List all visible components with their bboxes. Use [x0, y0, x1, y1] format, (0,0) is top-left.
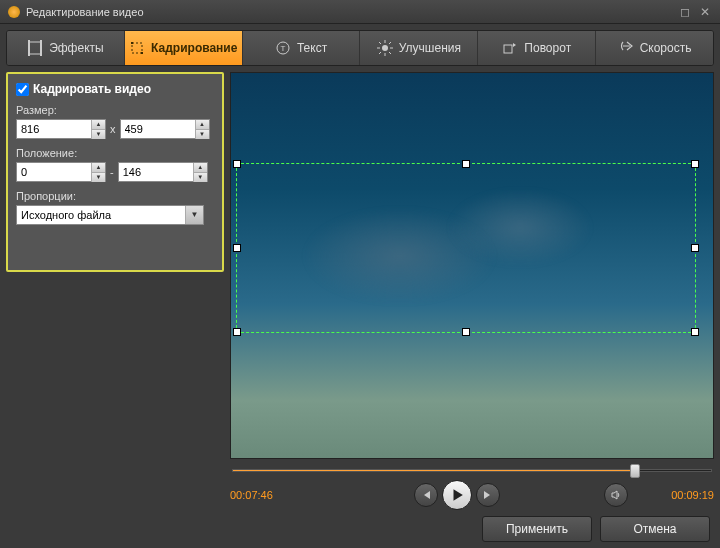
crop-enable-checkbox[interactable]	[16, 83, 29, 96]
svg-rect-4	[131, 42, 133, 44]
height-spinner[interactable]: ▲▼	[120, 119, 210, 139]
svg-rect-5	[141, 52, 143, 54]
posx-input[interactable]	[17, 163, 91, 181]
posy-input[interactable]	[119, 163, 193, 181]
size-label: Размер:	[16, 104, 214, 116]
up-icon[interactable]: ▲	[91, 163, 105, 173]
tab-label: Кадрирование	[151, 41, 237, 55]
crop-handle-tr[interactable]	[691, 160, 699, 168]
dash-separator: -	[110, 166, 114, 178]
crop-handle-mr[interactable]	[691, 244, 699, 252]
up-icon[interactable]: ▲	[91, 120, 105, 130]
up-icon[interactable]: ▲	[193, 163, 207, 173]
prev-frame-button[interactable]	[414, 483, 438, 507]
preview-pane: 00:07:46 00:09:19	[230, 72, 714, 510]
svg-rect-3	[132, 43, 142, 53]
svg-text:T: T	[281, 44, 286, 53]
crop-icon	[129, 40, 145, 56]
speed-icon	[618, 40, 634, 56]
svg-rect-1	[28, 40, 30, 56]
enhance-icon	[377, 40, 393, 56]
svg-rect-17	[504, 45, 512, 53]
volume-button[interactable]	[604, 483, 628, 507]
ratio-select[interactable]: ▼	[16, 205, 204, 225]
ratio-value[interactable]	[17, 206, 185, 224]
tab-effects[interactable]: Эффекты	[7, 31, 125, 65]
tab-rotate[interactable]: Поворот	[478, 31, 596, 65]
down-icon[interactable]: ▼	[195, 130, 209, 139]
window-title: Редактирование видео	[26, 6, 672, 18]
position-label: Положение:	[16, 147, 214, 159]
tab-text[interactable]: T Текст	[243, 31, 361, 65]
effects-icon	[27, 40, 43, 56]
close-button[interactable]: ✕	[698, 5, 712, 19]
crop-handle-bm[interactable]	[462, 328, 470, 336]
text-icon: T	[275, 40, 291, 56]
play-button[interactable]	[442, 480, 472, 510]
tab-label: Улучшения	[399, 41, 461, 55]
cancel-button[interactable]: Отмена	[600, 516, 710, 542]
width-spinner[interactable]: ▲▼	[16, 119, 106, 139]
crop-handle-ml[interactable]	[233, 244, 241, 252]
app-icon	[8, 6, 20, 18]
width-input[interactable]	[17, 120, 91, 138]
crop-enable-label: Кадрировать видео	[33, 82, 151, 96]
chevron-down-icon[interactable]: ▼	[185, 206, 203, 224]
crop-handle-tm[interactable]	[462, 160, 470, 168]
tab-label: Эффекты	[49, 41, 104, 55]
svg-rect-2	[40, 40, 42, 56]
time-current: 00:07:46	[230, 489, 310, 501]
content-area: Кадрировать видео Размер: ▲▼ x ▲▼ Положе…	[0, 72, 720, 510]
titlebar: Редактирование видео ◻ ✕	[0, 0, 720, 24]
tab-label: Скорость	[640, 41, 692, 55]
crop-handle-tl[interactable]	[233, 160, 241, 168]
tab-bar: Эффекты Кадрирование T Текст Улучшения П…	[6, 30, 714, 66]
tab-crop[interactable]: Кадрирование	[125, 31, 243, 65]
crop-handle-bl[interactable]	[233, 328, 241, 336]
svg-line-13	[379, 42, 381, 44]
expand-button[interactable]: ◻	[678, 5, 692, 19]
up-icon[interactable]: ▲	[195, 120, 209, 130]
down-icon[interactable]: ▼	[91, 173, 105, 182]
footer: Применить Отмена	[0, 510, 720, 548]
tab-enhance[interactable]: Улучшения	[360, 31, 478, 65]
down-icon[interactable]: ▼	[91, 130, 105, 139]
crop-handle-br[interactable]	[691, 328, 699, 336]
ratio-label: Пропорции:	[16, 190, 214, 202]
tab-label: Поворот	[524, 41, 571, 55]
svg-point-8	[382, 45, 388, 51]
posx-spinner[interactable]: ▲▼	[16, 162, 106, 182]
svg-line-15	[389, 42, 391, 44]
timeline[interactable]	[232, 469, 712, 472]
svg-rect-0	[29, 42, 41, 54]
timeline-progress	[233, 470, 635, 471]
time-total: 00:09:19	[634, 489, 714, 501]
rotate-icon	[502, 40, 518, 56]
apply-button[interactable]: Применить	[482, 516, 592, 542]
svg-line-16	[379, 52, 381, 54]
height-input[interactable]	[121, 120, 195, 138]
crop-panel: Кадрировать видео Размер: ▲▼ x ▲▼ Положе…	[6, 72, 224, 272]
next-frame-button[interactable]	[476, 483, 500, 507]
tab-speed[interactable]: Скорость	[596, 31, 713, 65]
down-icon[interactable]: ▼	[193, 173, 207, 182]
timeline-thumb[interactable]	[630, 464, 640, 478]
tab-label: Текст	[297, 41, 327, 55]
svg-line-14	[389, 52, 391, 54]
posy-spinner[interactable]: ▲▼	[118, 162, 208, 182]
player-controls: 00:07:46 00:09:19	[230, 480, 714, 510]
crop-rectangle[interactable]	[236, 163, 696, 333]
x-separator: x	[110, 123, 116, 135]
video-viewport[interactable]	[230, 72, 714, 459]
